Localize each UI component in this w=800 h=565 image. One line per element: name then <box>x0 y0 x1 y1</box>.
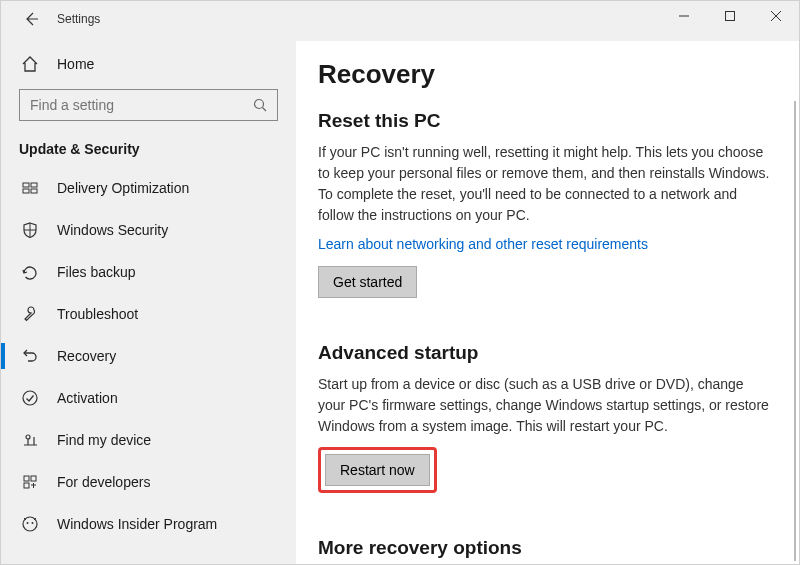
backup-icon <box>21 263 39 281</box>
svg-rect-12 <box>24 476 29 481</box>
page-title: Recovery <box>318 59 771 90</box>
scrollbar[interactable] <box>794 101 796 561</box>
svg-rect-4 <box>23 183 29 187</box>
get-started-button[interactable]: Get started <box>318 266 417 298</box>
svg-point-10 <box>23 391 37 405</box>
svg-point-17 <box>32 522 34 524</box>
svg-rect-1 <box>726 12 735 21</box>
location-icon <box>21 431 39 449</box>
home-icon <box>21 55 39 73</box>
home-label: Home <box>57 56 94 72</box>
developers-icon <box>21 473 39 491</box>
wrench-icon <box>21 305 39 323</box>
svg-rect-14 <box>24 483 29 488</box>
minimize-button[interactable] <box>661 1 707 31</box>
title-bar: Settings <box>1 1 799 41</box>
close-button[interactable] <box>753 1 799 31</box>
sidebar-item-troubleshoot[interactable]: Troubleshoot <box>1 293 296 335</box>
sidebar-item-label: Files backup <box>57 264 136 280</box>
search-field[interactable] <box>30 97 253 113</box>
advanced-description: Start up from a device or disc (such as … <box>318 374 771 437</box>
svg-rect-6 <box>23 189 29 193</box>
window-controls <box>661 1 799 31</box>
app-title: Settings <box>57 12 100 26</box>
sidebar-item-label: Windows Security <box>57 222 168 238</box>
sidebar-item-label: Find my device <box>57 432 151 448</box>
sidebar-item-label: Recovery <box>57 348 116 364</box>
category-title: Update & Security <box>1 135 296 167</box>
svg-point-2 <box>255 100 264 109</box>
sidebar-item-files-backup[interactable]: Files backup <box>1 251 296 293</box>
highlight-annotation: Restart now <box>318 447 437 493</box>
check-circle-icon <box>21 389 39 407</box>
sidebar-item-label: Windows Insider Program <box>57 516 217 532</box>
maximize-button[interactable] <box>707 1 753 31</box>
advanced-heading: Advanced startup <box>318 342 771 364</box>
sidebar-item-for-developers[interactable]: For developers <box>1 461 296 503</box>
back-button[interactable] <box>23 11 39 27</box>
sidebar-item-label: Activation <box>57 390 118 406</box>
svg-point-11 <box>26 435 30 439</box>
sidebar-item-recovery[interactable]: Recovery <box>1 335 296 377</box>
sidebar-item-activation[interactable]: Activation <box>1 377 296 419</box>
sidebar: Home Update & Security Delivery Optimiza… <box>1 41 296 564</box>
delivery-icon <box>21 179 39 197</box>
sidebar-item-label: Delivery Optimization <box>57 180 189 196</box>
home-nav[interactable]: Home <box>1 45 296 83</box>
restart-now-button[interactable]: Restart now <box>325 454 430 486</box>
search-input[interactable] <box>19 89 278 121</box>
more-heading: More recovery options <box>318 537 771 559</box>
reset-description: If your PC isn't running well, resetting… <box>318 142 771 226</box>
nav-list: Delivery Optimization Windows Security F… <box>1 167 296 545</box>
sidebar-item-find-my-device[interactable]: Find my device <box>1 419 296 461</box>
content-area[interactable]: Recovery Reset this PC If your PC isn't … <box>296 41 799 564</box>
svg-rect-7 <box>31 189 37 193</box>
shield-icon <box>21 221 39 239</box>
svg-point-16 <box>27 522 29 524</box>
reset-learn-link[interactable]: Learn about networking and other reset r… <box>318 236 648 252</box>
sidebar-item-delivery-optimization[interactable]: Delivery Optimization <box>1 167 296 209</box>
sidebar-item-label: Troubleshoot <box>57 306 138 322</box>
settings-window: Settings Home <box>0 0 800 565</box>
svg-rect-13 <box>31 476 36 481</box>
sidebar-item-windows-security[interactable]: Windows Security <box>1 209 296 251</box>
svg-line-3 <box>263 108 267 112</box>
insider-icon <box>21 515 39 533</box>
search-icon <box>253 98 267 112</box>
sidebar-item-windows-insider[interactable]: Windows Insider Program <box>1 503 296 545</box>
sidebar-item-label: For developers <box>57 474 150 490</box>
recovery-icon <box>21 347 39 365</box>
svg-rect-5 <box>31 183 37 187</box>
reset-heading: Reset this PC <box>318 110 771 132</box>
